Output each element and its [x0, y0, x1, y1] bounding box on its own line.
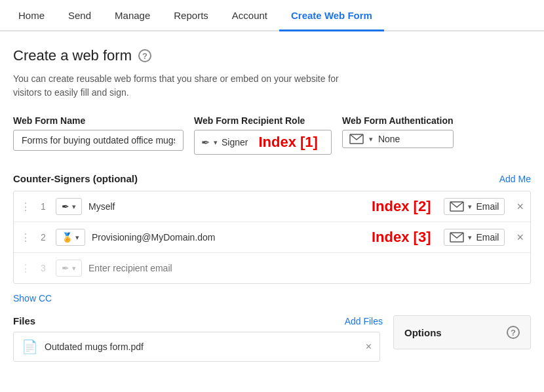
nav-reports[interactable]: Reports — [162, 1, 220, 30]
auth-group: Web Form Authentication ▾ None — [342, 115, 454, 148]
show-cc-link[interactable]: Show CC — [13, 293, 52, 304]
main-content: Create a web form ? You can create reusa… — [0, 31, 544, 375]
counter-signers-title: Counter-Signers (optional) — [13, 173, 138, 184]
signers-table: ⋮ 1 ✒ ▾ Myself Index [2] ▾ Email × ⋮ 2 — [13, 191, 531, 284]
page-title: Create a web form — [13, 47, 132, 64]
pen-icon-3: ✒ — [62, 263, 69, 273]
drag-handle-3: ⋮ — [20, 262, 31, 275]
index-label-1: Index [2] — [372, 198, 431, 215]
auth-value-2: Email — [476, 232, 499, 243]
role-dropdown-2[interactable]: 🏅 ▾ — [56, 229, 85, 246]
envelope-icon — [349, 134, 364, 144]
nav-manage[interactable]: Manage — [103, 1, 162, 30]
counter-signers-header: Counter-Signers (optional) Add Me — [13, 173, 531, 184]
signer-row-3: ⋮ 3 ✒ ▾ — [14, 253, 530, 283]
options-help-icon[interactable]: ? — [507, 326, 520, 339]
remove-file[interactable]: × — [366, 341, 372, 353]
form-name-group: Web Form Name — [13, 115, 184, 151]
file-row: 📄 Outdated mugs form.pdf × — [13, 332, 380, 362]
recipient-role-dropdown[interactable]: ✒ ▾ Signer Index [1] — [194, 130, 332, 155]
role-dropdown-1[interactable]: ✒ ▾ — [56, 198, 82, 215]
auth-dropdown-1[interactable]: ▾ Email — [444, 198, 505, 215]
chevron-icon-1: ▾ — [72, 203, 76, 211]
chevron-icon-2: ▾ — [75, 233, 79, 242]
pen-icon: ✒ — [201, 136, 210, 149]
page-title-row: Create a web form ? — [13, 47, 531, 64]
files-col: Files Add Files 📄 Outdated mugs form.pdf… — [13, 315, 383, 362]
nav-send[interactable]: Send — [56, 1, 103, 30]
chevron-down-icon: ▾ — [214, 138, 218, 147]
help-icon[interactable]: ? — [138, 49, 151, 62]
pdf-icon: 📄 — [22, 339, 38, 355]
options-title: Options — [404, 327, 442, 338]
fields-row: Web Form Name Web Form Recipient Role ✒ … — [13, 115, 531, 155]
chevron-icon-auth-1: ▾ — [468, 203, 472, 211]
recipient-role-group: Web Form Recipient Role ✒ ▾ Signer Index… — [194, 115, 332, 155]
signer-email-2: Provisioning@MyDomain.dom — [92, 232, 359, 243]
nav-account[interactable]: Account — [220, 1, 279, 30]
nav-bar: Home Send Manage Reports Account Create … — [0, 0, 544, 31]
files-title: Files — [13, 315, 35, 326]
add-me-link[interactable]: Add Me — [499, 174, 531, 184]
files-header: Files Add Files — [13, 315, 383, 326]
envelope-icon-1 — [450, 201, 464, 212]
recipient-role-value: Signer — [222, 137, 248, 147]
recipient-role-index: Index [1] — [258, 134, 317, 151]
auth-label: Web Form Authentication — [342, 115, 454, 126]
row-num-2: 2 — [37, 232, 49, 243]
remove-signer-2[interactable]: × — [516, 231, 524, 243]
medal-icon-2: 🏅 — [62, 232, 73, 243]
form-name-input[interactable] — [13, 130, 184, 151]
auth-dropdown-2[interactable]: ▾ Email — [444, 229, 505, 246]
signer-email-1: Myself — [88, 201, 359, 212]
nav-create-web-form[interactable]: Create Web Form — [279, 1, 384, 30]
row-num-3: 3 — [37, 263, 49, 273]
signer-row-1: ⋮ 1 ✒ ▾ Myself Index [2] ▾ Email × — [14, 191, 530, 222]
file-name: Outdated mugs form.pdf — [45, 342, 359, 352]
pen-icon-1: ✒ — [62, 201, 69, 212]
chevron-icon-auth-2: ▾ — [468, 233, 472, 242]
envelope-icon-2 — [450, 232, 464, 243]
remove-signer-1[interactable]: × — [516, 201, 524, 212]
signer-row-2: ⋮ 2 🏅 ▾ Provisioning@MyDomain.dom Index … — [14, 222, 530, 253]
auth-dropdown[interactable]: ▾ None — [342, 130, 454, 148]
signer-email-input-3[interactable] — [88, 263, 524, 273]
nav-home[interactable]: Home — [7, 1, 56, 30]
options-panel: Options ? — [393, 315, 531, 349]
auth-value-1: Email — [476, 201, 499, 212]
auth-value: None — [378, 134, 400, 144]
bottom-row: Files Add Files 📄 Outdated mugs form.pdf… — [13, 315, 531, 362]
chevron-icon-3: ▾ — [72, 264, 76, 273]
chevron-down-icon: ▾ — [369, 135, 373, 144]
index-label-2: Index [3] — [372, 229, 431, 246]
drag-handle-1[interactable]: ⋮ — [20, 201, 31, 213]
role-dropdown-3[interactable]: ✒ ▾ — [56, 260, 82, 277]
add-files-link[interactable]: Add Files — [345, 316, 383, 326]
row-num-1: 1 — [37, 201, 49, 212]
drag-handle-2[interactable]: ⋮ — [20, 231, 31, 244]
page-subtitle: You can create reusable web forms that y… — [13, 72, 367, 100]
form-name-label: Web Form Name — [13, 115, 184, 126]
recipient-role-label: Web Form Recipient Role — [194, 115, 332, 126]
